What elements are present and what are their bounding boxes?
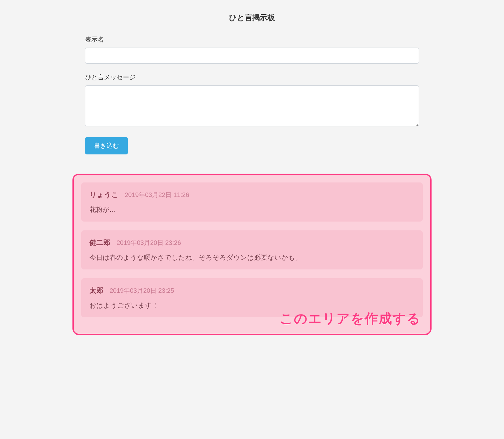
message-group: ひと言メッセージ [85,73,419,128]
divider [85,167,419,167]
post-header: 健二郎 2019年03月20日 23:26 [89,238,415,247]
message-textarea[interactable] [85,85,419,126]
page-title: ひと言掲示板 [85,13,419,23]
submit-button[interactable]: 書き込む [85,137,128,154]
post-message: おはようございます！ [89,301,415,310]
highlight-caption: このエリアを作成する [280,310,421,327]
post-timestamp: 2019年03月20日 23:26 [117,239,181,247]
post-author: 健二郎 [89,238,110,247]
post-timestamp: 2019年03月20日 23:25 [110,286,174,295]
display-name-group: 表示名 [85,35,419,64]
post-message: 花粉が... [89,205,415,214]
post-message: 今日は春のような暖かさでしたね。そろそろダウンは必要ないかも。 [89,253,415,262]
display-name-label: 表示名 [85,35,419,44]
post-timestamp: 2019年03月22日 11:26 [125,191,189,199]
message-label: ひと言メッセージ [85,73,419,82]
display-name-input[interactable] [85,48,419,64]
post-card: 健二郎 2019年03月20日 23:26 今日は春のような暖かさでしたね。そろ… [81,230,423,269]
posts-highlight-area: りょうこ 2019年03月22日 11:26 花粉が... 健二郎 2019年0… [72,174,432,335]
post-card: りょうこ 2019年03月22日 11:26 花粉が... [81,182,423,222]
post-author: 太郎 [89,286,103,295]
post-header: 太郎 2019年03月20日 23:25 [89,286,415,295]
post-author: りょうこ [89,190,118,199]
post-header: りょうこ 2019年03月22日 11:26 [89,190,415,199]
